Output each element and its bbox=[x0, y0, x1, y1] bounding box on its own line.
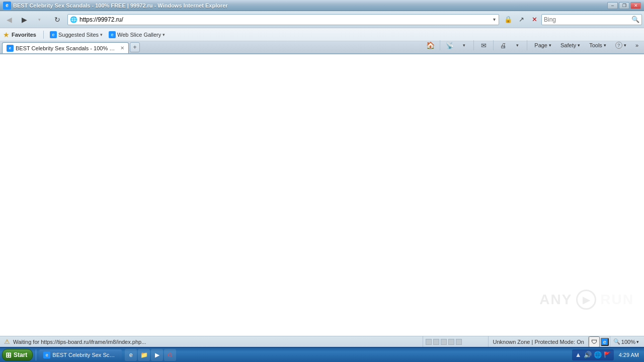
status-message: Waiting for https://tips-board.ru/iframe… bbox=[13, 339, 146, 345]
clock[interactable]: 4:29 AM bbox=[616, 352, 642, 358]
browser-icon: e bbox=[3, 2, 11, 10]
page-label: Page bbox=[534, 42, 547, 48]
tray-speaker-icon[interactable]: 🔊 bbox=[584, 351, 592, 358]
navigation-bar: ◀ ▶ ▾ ↻ 🌐 ▾ 🔒 ↗ ✕ 🔍 bbox=[0, 11, 644, 28]
zoom-icon: 🔍 bbox=[613, 338, 620, 345]
tab-close-button[interactable]: ✕ bbox=[120, 45, 124, 51]
watermark: ANY ▶ RUN bbox=[539, 290, 634, 310]
progress-segment-2 bbox=[433, 339, 439, 345]
web-slice-gallery-item[interactable]: e Web Slice Gallery ▾ bbox=[106, 30, 168, 39]
feeds-button[interactable]: 📡 bbox=[444, 39, 456, 51]
home-icon-button[interactable]: 🏠 bbox=[424, 39, 436, 51]
tray-flag-icon[interactable]: 🚩 bbox=[604, 351, 611, 358]
stop-button[interactable]: ✕ bbox=[528, 14, 540, 26]
search-input[interactable] bbox=[544, 16, 630, 23]
status-zone: Unknown Zone | Protected Mode: On bbox=[488, 336, 588, 347]
progress-segment-3 bbox=[441, 339, 447, 345]
web-slice-dropdown-icon: ▾ bbox=[163, 32, 165, 37]
feeds-dropdown-button[interactable]: ▾ bbox=[458, 39, 470, 51]
page-dropdown-icon: ▾ bbox=[549, 43, 551, 48]
title-bar: e BEST Celebrity Sex Scandals - 100% FRE… bbox=[0, 0, 644, 11]
separator4 bbox=[527, 40, 527, 50]
search-button[interactable]: 🔍 bbox=[631, 16, 639, 23]
tray-network-icon[interactable]: 🌐 bbox=[594, 351, 602, 358]
favorites-separator bbox=[43, 31, 44, 39]
address-bar: 🌐 ▾ bbox=[67, 14, 499, 25]
explorer-quick-launch[interactable]: 📁 bbox=[138, 349, 150, 361]
media-quick-launch[interactable]: ▶ bbox=[151, 349, 163, 361]
watermark-text2: RUN bbox=[600, 292, 634, 308]
lock-icon[interactable]: 🔒 bbox=[502, 14, 514, 26]
print-dropdown-button[interactable]: ▾ bbox=[511, 39, 523, 51]
start-button[interactable]: ⊞ Start bbox=[2, 349, 33, 361]
expand-button[interactable]: » bbox=[632, 41, 642, 50]
quick-launch: e 📁 ▶ ⊙ bbox=[125, 349, 176, 361]
title-bar-left: e BEST Celebrity Sex Scandals - 100% FRE… bbox=[3, 2, 228, 10]
progress-segment-1 bbox=[426, 339, 432, 345]
mail-button[interactable]: ✉ bbox=[477, 39, 490, 51]
taskbar-ie-icon: e bbox=[43, 351, 50, 358]
taskbar-ie-button[interactable]: e BEST Celebrity Sex Scandals... bbox=[39, 349, 122, 360]
search-bar: 🔍 bbox=[541, 14, 642, 25]
dropdown-history-button[interactable]: ▾ bbox=[32, 13, 46, 26]
address-dropdown-button[interactable]: ▾ bbox=[492, 17, 497, 22]
suggested-sites-label: Suggested Sites bbox=[58, 32, 99, 38]
zoom-dropdown-icon[interactable]: ▾ bbox=[636, 339, 639, 344]
taskbar-right: ▲ 🔊 🌐 🚩 4:29 AM bbox=[572, 347, 642, 362]
web-slice-label: Web Slice Gallery bbox=[117, 32, 161, 38]
taskbar-separator bbox=[36, 349, 36, 360]
tools-dropdown-icon: ▾ bbox=[604, 43, 606, 48]
start-label: Start bbox=[14, 351, 27, 358]
help-button[interactable]: ? ▾ bbox=[612, 40, 630, 50]
tray-arrow-icon[interactable]: ▲ bbox=[575, 351, 582, 358]
tab-bar: e BEST Celebrity Sex Scandals - 100% FRE… bbox=[0, 41, 644, 54]
restore-button[interactable]: ❐ bbox=[619, 2, 629, 9]
progress-segment-4 bbox=[448, 339, 454, 345]
window-controls: – ❐ ✕ bbox=[607, 2, 641, 9]
web-slice-icon: e bbox=[109, 31, 116, 38]
help-icon: ? bbox=[615, 42, 622, 49]
status-text-area: ⚠ Waiting for https://tips-board.ru/ifra… bbox=[2, 338, 423, 345]
window-title: BEST Celebrity Sex Scandals - 100% FREE … bbox=[13, 3, 228, 9]
suggested-sites-dropdown-icon: ▾ bbox=[100, 32, 103, 37]
content-area: ANY ▶ RUN bbox=[0, 54, 644, 336]
forward-button[interactable]: ▶ bbox=[17, 13, 31, 26]
ie-quick-launch[interactable]: e bbox=[125, 349, 137, 361]
address-bar-icon: 🌐 bbox=[70, 16, 77, 23]
suggested-sites-item[interactable]: e Suggested Sites ▾ bbox=[47, 30, 106, 39]
tools-button[interactable]: Tools ▾ bbox=[586, 41, 610, 50]
tab-favicon: e bbox=[7, 45, 14, 52]
status-progress-area bbox=[423, 336, 488, 347]
refresh-button[interactable]: ↻ bbox=[50, 13, 64, 26]
zoom-level: 100% bbox=[621, 339, 635, 345]
safety-label: Safety bbox=[560, 42, 576, 48]
taskbar-ie-label: BEST Celebrity Sex Scandals... bbox=[52, 352, 118, 358]
status-shield-button[interactable]: 🛡 bbox=[589, 336, 600, 347]
progress-segment-5 bbox=[456, 339, 462, 345]
close-button[interactable]: ✕ bbox=[630, 2, 641, 9]
page-button[interactable]: Page ▾ bbox=[531, 41, 555, 50]
watermark-logo: ▶ bbox=[576, 290, 596, 310]
print-button[interactable]: 🖨 bbox=[497, 39, 509, 51]
safety-button[interactable]: Safety ▾ bbox=[557, 41, 584, 50]
favorites-star-icon: ★ bbox=[3, 31, 10, 39]
new-tab-button[interactable]: + bbox=[130, 42, 140, 52]
back-button[interactable]: ◀ bbox=[2, 13, 16, 26]
zoom-area: 🔍 100% ▾ bbox=[610, 336, 642, 347]
separator3 bbox=[493, 40, 494, 50]
minimize-button[interactable]: – bbox=[607, 2, 618, 9]
tab-label: BEST Celebrity Sex Scandals - 100% FREE … bbox=[16, 45, 116, 51]
favorites-label[interactable]: Favorites bbox=[12, 32, 36, 38]
status-ie-settings-button[interactable]: e bbox=[601, 338, 609, 346]
status-right-icons: 🛡 e bbox=[588, 336, 610, 347]
system-tray: ▲ 🔊 🌐 🚩 bbox=[572, 349, 614, 360]
separator bbox=[440, 40, 440, 50]
address-input[interactable] bbox=[79, 16, 490, 23]
help-dropdown-icon: ▾ bbox=[624, 43, 626, 48]
taskbar: ⊞ Start e BEST Celebrity Sex Scandals...… bbox=[0, 347, 644, 362]
active-tab[interactable]: e BEST Celebrity Sex Scandals - 100% FRE… bbox=[2, 42, 129, 53]
antivirus-quick-launch[interactable]: ⊙ bbox=[164, 349, 176, 361]
status-warning-icon: ⚠ bbox=[4, 338, 10, 345]
tools-icon[interactable]: ↗ bbox=[515, 14, 527, 26]
safety-dropdown-icon: ▾ bbox=[578, 43, 580, 48]
